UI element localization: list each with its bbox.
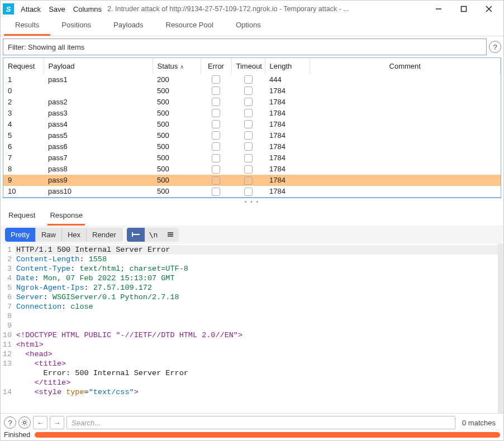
timeout-checkbox[interactable]: [244, 75, 253, 84]
cell-payload: [44, 85, 153, 96]
menu-columns[interactable]: Columns: [73, 5, 102, 13]
titlebar: S Attack Save Columns 2. Intruder attack…: [1, 1, 503, 17]
cell-timeout: [231, 130, 265, 141]
maximize-button[interactable]: [451, 1, 476, 17]
cell-comment: [310, 186, 501, 197]
timeout-checkbox[interactable]: [244, 142, 253, 151]
timeout-checkbox[interactable]: [244, 109, 253, 117]
cell-error: [201, 96, 231, 107]
search-input[interactable]: Search...: [66, 416, 455, 429]
error-checkbox[interactable]: [212, 176, 220, 185]
table-row[interactable]: 4pass45001784: [3, 118, 501, 130]
cell-request: 4: [3, 118, 44, 130]
table-row[interactable]: 3pass35001784: [3, 107, 501, 118]
table-row[interactable]: 2pass25001784: [3, 96, 501, 107]
timeout-checkbox[interactable]: [244, 176, 253, 185]
newline-display-icon[interactable]: \n: [145, 228, 163, 242]
table-row[interactable]: 9pass95001784: [3, 175, 501, 186]
error-checkbox[interactable]: [212, 120, 220, 128]
cell-comment: [310, 118, 501, 130]
response-editor[interactable]: 1HTTP/1.1 500 Internal Server Error 2Con…: [1, 244, 503, 413]
cell-comment: [310, 175, 501, 186]
help-icon[interactable]: ?: [489, 41, 501, 53]
burp-app-icon: S: [3, 3, 14, 15]
error-checkbox[interactable]: [212, 154, 220, 162]
cell-payload: pass4: [44, 118, 153, 130]
table-row[interactable]: 1pass1200444: [3, 74, 501, 85]
timeout-checkbox[interactable]: [244, 87, 253, 95]
tab-positions[interactable]: Positions: [50, 16, 102, 36]
error-checkbox[interactable]: [212, 75, 220, 84]
col-error[interactable]: Error: [201, 58, 231, 74]
tab-resource-pool[interactable]: Resource Pool: [155, 16, 225, 36]
view-raw-button[interactable]: Raw: [36, 228, 62, 242]
settings-gear-icon[interactable]: [18, 416, 31, 429]
error-checkbox[interactable]: [212, 98, 220, 106]
search-next-button[interactable]: →: [50, 416, 64, 429]
cell-error: [201, 118, 231, 130]
help-icon[interactable]: ?: [4, 416, 16, 429]
cell-request: 0: [3, 85, 44, 96]
cell-timeout: [231, 141, 265, 152]
subtab-response[interactable]: Response: [47, 209, 85, 226]
subtab-request[interactable]: Request: [6, 209, 37, 226]
table-row[interactable]: 5pass55001784: [3, 130, 501, 141]
show-nonprintable-icon[interactable]: [127, 228, 145, 242]
resp-line-10: <!DOCTYPE HTML PUBLIC "-//IETF//DTD HTML…: [15, 330, 498, 340]
line-wrap-icon[interactable]: [162, 228, 179, 242]
error-checkbox[interactable]: [212, 109, 220, 117]
cell-request: 7: [3, 152, 44, 163]
cell-comment: [310, 164, 501, 175]
col-payload[interactable]: Payload: [44, 58, 153, 74]
col-request[interactable]: Request: [3, 58, 44, 74]
cell-payload: pass2: [44, 96, 153, 107]
error-checkbox[interactable]: [212, 165, 220, 174]
cell-length: 1784: [265, 96, 310, 107]
view-hex-button[interactable]: Hex: [62, 228, 87, 242]
cell-comment: [310, 130, 501, 141]
timeout-checkbox[interactable]: [244, 131, 253, 140]
cell-error: [201, 152, 231, 163]
col-timeout[interactable]: Timeout: [231, 58, 265, 74]
col-length[interactable]: Length: [265, 58, 310, 74]
table-row[interactable]: 8pass85001784: [3, 164, 501, 175]
close-button[interactable]: [476, 1, 501, 17]
cell-timeout: [231, 164, 265, 175]
error-checkbox[interactable]: [212, 188, 220, 196]
error-checkbox[interactable]: [212, 142, 220, 151]
table-row[interactable]: 7pass75001784: [3, 152, 501, 163]
cell-request: 9: [3, 175, 44, 186]
error-checkbox[interactable]: [212, 87, 220, 95]
filter-box[interactable]: Filter: Showing all items: [3, 39, 487, 55]
splitter-handle[interactable]: • • •: [3, 198, 501, 205]
view-pretty-button[interactable]: Pretty: [5, 228, 36, 242]
resp-line-8: [15, 311, 498, 321]
table-header-row: Request Payload Status∧ Error Timeout Le…: [3, 58, 501, 74]
svg-rect-1: [461, 7, 466, 12]
tab-results[interactable]: Results: [4, 16, 50, 36]
cell-error: [201, 164, 231, 175]
col-status[interactable]: Status∧: [153, 58, 201, 74]
timeout-checkbox[interactable]: [244, 188, 253, 196]
results-table: Request Payload Status∧ Error Timeout Le…: [3, 58, 501, 197]
timeout-checkbox[interactable]: [244, 165, 253, 174]
timeout-checkbox[interactable]: [244, 154, 253, 162]
cell-payload: pass6: [44, 141, 153, 152]
table-row[interactable]: 6pass65001784: [3, 141, 501, 152]
minimize-button[interactable]: [426, 1, 451, 17]
timeout-checkbox[interactable]: [244, 98, 253, 106]
view-render-button[interactable]: Render: [87, 228, 122, 242]
timeout-checkbox[interactable]: [244, 120, 253, 128]
table-row[interactable]: 10pass105001784: [3, 186, 501, 197]
tab-payloads[interactable]: Payloads: [102, 16, 154, 36]
resp-line-13-close: </title>: [15, 378, 498, 387]
col-comment[interactable]: Comment: [310, 58, 501, 74]
table-row[interactable]: 05001784: [3, 85, 501, 96]
error-checkbox[interactable]: [212, 131, 220, 140]
cell-comment: [310, 85, 501, 96]
search-prev-button[interactable]: ←: [33, 416, 47, 429]
tab-options[interactable]: Options: [225, 16, 272, 36]
menu-save[interactable]: Save: [49, 5, 65, 13]
menu-attack[interactable]: Attack: [21, 5, 41, 13]
filter-row: Filter: Showing all items ?: [3, 39, 501, 55]
